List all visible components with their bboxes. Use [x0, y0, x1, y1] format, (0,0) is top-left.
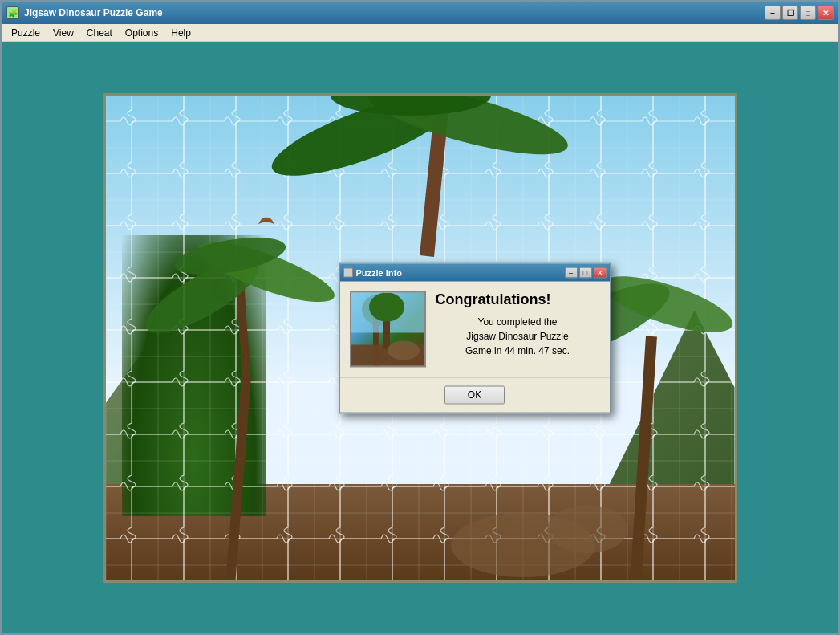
menu-view[interactable]: View: [47, 26, 80, 40]
title-bar-left: 🧩 Jigsaw Dinosaur Puzzle Game: [6, 6, 163, 19]
dialog-icon: [343, 267, 353, 277]
dialog-title-text: Puzzle Info: [356, 267, 402, 277]
dialog-close-button[interactable]: ✕: [594, 267, 607, 278]
dialog-text-area: Congratulations! You completed the Jigsa…: [436, 291, 600, 357]
minimize-button[interactable]: –: [765, 6, 781, 20]
puzzle-area[interactable]: Puzzle Info – □ ✕: [103, 93, 737, 583]
dialog-minimize-button[interactable]: –: [565, 267, 578, 278]
svg-point-38: [369, 292, 404, 321]
ok-button[interactable]: OK: [444, 385, 505, 404]
main-window: 🧩 Jigsaw Dinosaur Puzzle Game – ❐ □ ✕ Pu…: [0, 0, 840, 635]
dialog-message: You completed the Jigsaw Dinosaur Puzzle…: [436, 314, 600, 357]
message-line3: Game in 44 min. 47 sec.: [465, 344, 570, 356]
dialog-content: Congratulations! You completed the Jigsa…: [340, 281, 610, 377]
dialog-title-left: Puzzle Info: [343, 267, 402, 277]
maximize-button[interactable]: □: [800, 6, 816, 20]
menu-bar: Puzzle View Cheat Options Help: [2, 24, 838, 42]
main-content: Puzzle Info – □ ✕: [2, 42, 838, 633]
svg-point-39: [388, 340, 420, 360]
close-button[interactable]: ✕: [818, 6, 834, 20]
congratulations-text: Congratulations!: [436, 291, 600, 307]
title-bar: 🧩 Jigsaw Dinosaur Puzzle Game – ❐ □ ✕: [2, 2, 838, 24]
message-line2: Jigsaw Dinosaur Puzzle: [466, 330, 568, 341]
message-line1: You completed the: [478, 315, 558, 327]
menu-cheat[interactable]: Cheat: [80, 26, 119, 40]
dialog-title-bar: Puzzle Info – □ ✕: [340, 263, 610, 281]
dialog-title-buttons: – □ ✕: [565, 267, 607, 278]
menu-options[interactable]: Options: [119, 26, 164, 40]
title-bar-buttons: – ❐ □ ✕: [765, 6, 834, 20]
menu-puzzle[interactable]: Puzzle: [5, 26, 47, 40]
puzzle-info-dialog: Puzzle Info – □ ✕: [339, 262, 611, 413]
vegetation-left: [122, 235, 266, 516]
window-icon: 🧩: [6, 6, 19, 19]
dialog-maximize-button[interactable]: □: [579, 267, 592, 278]
menu-help[interactable]: Help: [164, 26, 197, 40]
restore-button[interactable]: ❐: [782, 6, 798, 20]
dialog-footer: OK: [340, 377, 610, 412]
dialog-thumbnail: [350, 291, 426, 367]
dialog-overlay: Puzzle Info – □ ✕: [339, 262, 611, 413]
window-title: Jigsaw Dinosaur Puzzle Game: [24, 7, 163, 18]
